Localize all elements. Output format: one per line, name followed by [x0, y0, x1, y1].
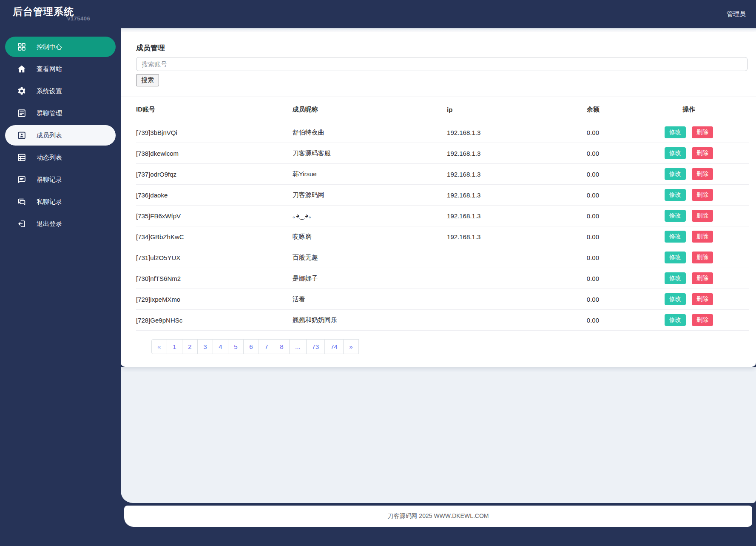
- member-actions: 修改 删除: [628, 310, 749, 331]
- sidebar-item-label: 查看网站: [37, 65, 62, 73]
- member-nick: 刀客源码客服: [293, 143, 447, 164]
- edit-button[interactable]: 修改: [665, 210, 686, 222]
- sidebar-item-member-list[interactable]: 成员列表: [5, 125, 116, 146]
- edit-button[interactable]: 修改: [665, 168, 686, 180]
- grid-icon: [17, 42, 26, 51]
- member-actions: 修改 删除: [628, 185, 749, 206]
- member-id: [728]Ge9pNHSc: [136, 310, 293, 331]
- search-button[interactable]: 搜索: [136, 74, 159, 86]
- sidebar-item-feed-list[interactable]: 动态列表: [5, 147, 116, 168]
- table-icon: [17, 153, 26, 162]
- edit-button[interactable]: 修改: [665, 252, 686, 263]
- member-ip: 192.168.1.3: [447, 143, 587, 164]
- chat-lines-icon: [17, 175, 26, 184]
- table-row: [735]FB6xWfpV ｡◕‿◕｡ 192.168.1.3 0.00 修改 …: [136, 206, 749, 226]
- sidebar-item-logout[interactable]: 退出登录: [5, 214, 116, 234]
- sidebar-item-label: 成员列表: [37, 131, 62, 140]
- member-nick: ｡◕‿◕｡: [293, 206, 447, 226]
- page-link[interactable]: 74: [324, 339, 344, 354]
- edit-button[interactable]: 修改: [665, 189, 686, 201]
- col-header-actions: 操作: [628, 97, 749, 122]
- sidebar-item-label: 群聊记录: [37, 176, 62, 184]
- member-ip: 192.168.1.3: [447, 206, 587, 226]
- delete-button[interactable]: 删除: [692, 189, 713, 201]
- delete-button[interactable]: 删除: [692, 126, 713, 138]
- member-nick: 活着: [293, 289, 447, 310]
- edit-button[interactable]: 修改: [665, 314, 686, 326]
- col-header-id: ID账号: [136, 97, 293, 122]
- sidebar-item-label: 群聊管理: [37, 109, 62, 117]
- page-link[interactable]: 1: [167, 339, 182, 354]
- sidebar-item-view-site[interactable]: 查看网站: [5, 59, 116, 79]
- table-row: [728]Ge9pNHSc 翘翘和奶奶同乐 0.00 修改 删除: [136, 310, 749, 331]
- sidebar-item-control-center[interactable]: 控制中心: [5, 37, 116, 57]
- table-row: [739]3bBjnVQi 舒伯特夜曲 192.168.1.3 0.00 修改 …: [136, 122, 749, 143]
- delete-button[interactable]: 删除: [692, 231, 713, 243]
- bottom-gap: [121, 527, 756, 546]
- page-link[interactable]: 5: [228, 339, 244, 354]
- edit-button[interactable]: 修改: [665, 293, 686, 305]
- member-id: [739]3bBjnVQi: [136, 122, 293, 143]
- delete-button[interactable]: 删除: [692, 293, 713, 305]
- member-id: [730]nfTS6Nm2: [136, 268, 293, 289]
- member-balance: 0.00: [587, 226, 628, 247]
- member-ip: [447, 289, 587, 310]
- sidebar-item-label: 控制中心: [37, 43, 62, 51]
- delete-button[interactable]: 删除: [692, 314, 713, 326]
- edit-button[interactable]: 修改: [665, 147, 686, 159]
- search-input[interactable]: [136, 57, 747, 71]
- table-header-row: ID账号 成员昵称 ip 余额 操作: [136, 97, 749, 122]
- member-id: [734]GBbZhKwC: [136, 226, 293, 247]
- delete-button[interactable]: 删除: [692, 252, 713, 263]
- member-id: [737]odrO9fqz: [136, 164, 293, 185]
- page-link[interactable]: 8: [274, 339, 290, 354]
- member-table-section: ID账号 成员昵称 ip 余额 操作 [739]3bBjnVQi 舒伯特夜曲 1…: [121, 97, 756, 367]
- table-row: [729]ixpeMXmo 活着 0.00 修改 删除: [136, 289, 749, 310]
- page-link[interactable]: 4: [213, 339, 228, 354]
- edit-button[interactable]: 修改: [665, 272, 686, 284]
- sidebar-item-settings[interactable]: 系统设置: [5, 81, 116, 101]
- edit-button[interactable]: 修改: [665, 126, 686, 138]
- member-balance: 0.00: [587, 122, 628, 143]
- page-link[interactable]: ...: [289, 339, 307, 354]
- member-balance: 0.00: [587, 143, 628, 164]
- member-ip: [447, 268, 587, 289]
- delete-button[interactable]: 删除: [692, 168, 713, 180]
- edit-button[interactable]: 修改: [665, 231, 686, 243]
- topbar: 后台管理系统 v175406 管理员: [0, 0, 756, 28]
- page-link[interactable]: »: [343, 339, 359, 354]
- footer-text: 刀客源码网 2025 WWW.DKEWL.COM: [387, 512, 489, 520]
- sidebar-item-group-manage[interactable]: 群聊管理: [5, 103, 116, 123]
- page-link[interactable]: 6: [243, 339, 259, 354]
- member-balance: 0.00: [587, 206, 628, 226]
- member-header-section: 成员管理 搜索: [121, 32, 756, 97]
- sidebar-item-private-log[interactable]: 私聊记录: [5, 192, 116, 212]
- sidebar-item-group-log[interactable]: 群聊记录: [5, 169, 116, 190]
- table-row: [738]dkewlcom 刀客源码客服 192.168.1.3 0.00 修改…: [136, 143, 749, 164]
- page-link[interactable]: 2: [182, 339, 198, 354]
- delete-button[interactable]: 删除: [692, 147, 713, 159]
- member-balance: 0.00: [587, 185, 628, 206]
- member-id: [729]ixpeMXmo: [136, 289, 293, 310]
- col-header-balance: 余额: [587, 97, 628, 122]
- member-card: 成员管理 搜索 ID账号 成员昵称 ip 余额 操作: [121, 32, 756, 367]
- table-row: [734]GBbZhKwC 哎啄磨 192.168.1.3 0.00 修改 删除: [136, 226, 749, 247]
- member-actions: 修改 删除: [628, 247, 749, 268]
- content-background: [121, 367, 756, 503]
- member-id: [735]FB6xWfpV: [136, 206, 293, 226]
- chat-double-icon: [17, 197, 26, 206]
- badge-icon: [17, 131, 26, 140]
- member-actions: 修改 删除: [628, 143, 749, 164]
- delete-button[interactable]: 删除: [692, 210, 713, 222]
- page-link[interactable]: «: [151, 339, 167, 354]
- delete-button[interactable]: 删除: [692, 272, 713, 284]
- admin-user-menu[interactable]: 管理员: [722, 7, 750, 22]
- member-nick: 韩Yirsue: [293, 164, 447, 185]
- member-ip: 192.168.1.3: [447, 164, 587, 185]
- table-row: [736]daoke 刀客源码网 192.168.1.3 0.00 修改 删除: [136, 185, 749, 206]
- page-link[interactable]: 73: [306, 339, 325, 354]
- page-link[interactable]: 3: [197, 339, 213, 354]
- home-icon: [17, 64, 26, 74]
- page-link[interactable]: 7: [259, 339, 274, 354]
- member-nick: 翘翘和奶奶同乐: [293, 310, 447, 331]
